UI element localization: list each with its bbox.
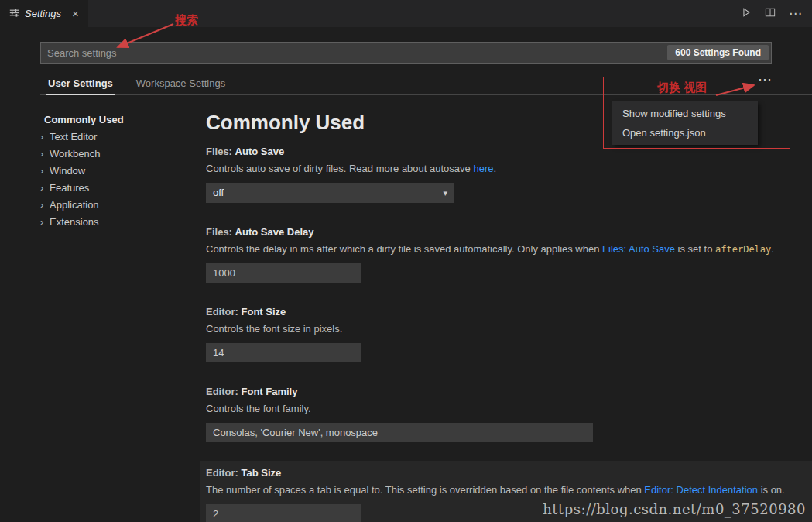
sidebar-item-label: Commonly Used — [44, 114, 124, 125]
sidebar-item-label: Application — [50, 199, 99, 211]
csdn-watermark: https://blog.csdn.net/m0_37520980 — [543, 501, 806, 517]
setting-name: Font Family — [242, 386, 298, 397]
setting-label: Editor: Font Family — [206, 386, 812, 397]
settings-tune-icon — [9, 8, 19, 20]
dropdown-arrow-icon: ▾ — [443, 183, 447, 203]
font-size-input[interactable] — [206, 343, 361, 362]
setting-editor-font-size: Editor: Font Size Controls the font size… — [206, 306, 812, 362]
sidebar-item-features[interactable]: › Features — [40, 179, 195, 196]
annotation-toggle-view-label: 切换 视图 — [657, 81, 707, 95]
tab-workspace-settings[interactable]: Workspace Settings — [135, 74, 227, 94]
description-text: is on. — [758, 484, 785, 496]
selected-value: off — [213, 187, 224, 198]
setting-category: Files: — [206, 226, 232, 238]
search-input[interactable] — [41, 47, 667, 59]
chevron-right-icon: › — [40, 182, 50, 194]
setting-category: Editor: — [206, 386, 238, 397]
setting-label: Files: Auto Save Delay — [206, 226, 812, 238]
description-text: The number of spaces a tab is equal to. … — [206, 484, 644, 496]
annotation-search-label: 搜索 — [175, 13, 198, 28]
tab-user-settings[interactable]: User Settings — [46, 74, 115, 95]
setting-category: Editor: — [206, 467, 238, 479]
settings-list: Commonly Used Files: Auto Save Controls … — [206, 110, 812, 522]
split-editor-icon[interactable] — [765, 7, 776, 20]
setting-name: Tab Size — [242, 467, 282, 479]
settings-tree: Commonly Used › Text Editor › Workbench … — [40, 111, 195, 230]
sidebar-item-label: Features — [50, 182, 89, 194]
more-editor-actions-icon[interactable]: ⋯ — [789, 7, 802, 20]
auto-save-delay-input[interactable] — [206, 263, 361, 283]
setting-files-auto-save-delay: Files: Auto Save Delay Controls the dela… — [206, 226, 812, 283]
settings-editor-tab[interactable]: Settings × — [0, 0, 88, 27]
sidebar-item-workbench[interactable]: › Workbench — [40, 145, 195, 162]
sidebar-item-label: Window — [50, 165, 85, 177]
sidebar-item-label: Workbench — [50, 148, 101, 160]
chevron-right-icon: › — [40, 165, 50, 177]
description-text: Controls the delay in ms after which a d… — [206, 243, 602, 255]
vscode-settings-window: Settings × ⋯ 600 Setti — [0, 0, 812, 522]
auto-save-select[interactable]: off ▾ — [206, 183, 454, 203]
sidebar-item-window[interactable]: › Window — [40, 162, 195, 179]
description-text: . — [493, 163, 496, 174]
menu-item-show-modified-settings[interactable]: Show modified settings — [612, 104, 758, 123]
setting-label: Editor: Font Size — [206, 306, 812, 318]
tab-size-input[interactable] — [206, 504, 361, 522]
chevron-right-icon: › — [40, 148, 50, 160]
tab-title: Settings — [25, 8, 61, 19]
sidebar-item-extensions[interactable]: › Extensions — [40, 213, 195, 230]
description-text: Controls auto save of dirty files. Read … — [206, 163, 473, 174]
search-row: 600 Settings Found — [40, 42, 772, 64]
settings-context-menu: Show modified settings Open settings.jso… — [612, 101, 758, 145]
run-icon[interactable] — [741, 7, 752, 20]
description-text: . — [771, 243, 774, 255]
settings-found-badge: 600 Settings Found — [667, 45, 769, 60]
setting-label: Editor: Tab Size — [206, 467, 812, 479]
sidebar-item-label: Extensions — [50, 216, 99, 228]
setting-description: Controls the font size in pixels. — [206, 323, 812, 335]
chevron-right-icon: › — [40, 199, 50, 211]
editor-actions: ⋯ — [741, 0, 812, 27]
description-text: is set to — [675, 243, 715, 255]
chevron-right-icon: › — [40, 216, 50, 228]
close-tab-icon[interactable]: × — [72, 8, 79, 19]
sidebar-item-commonly-used[interactable]: Commonly Used — [40, 111, 195, 128]
setting-editor-font-family: Editor: Font Family Controls the font fa… — [206, 386, 812, 442]
font-family-input[interactable] — [206, 423, 593, 442]
chevron-right-icon: › — [40, 131, 50, 143]
files-auto-save-link[interactable]: Files: Auto Save — [602, 243, 675, 255]
sidebar-item-text-editor[interactable]: › Text Editor — [40, 128, 195, 145]
code-span: afterDelay — [715, 244, 771, 255]
editor-tab-bar: Settings × ⋯ — [0, 0, 812, 27]
menu-item-open-settings-json[interactable]: Open settings.json — [612, 123, 758, 143]
search-box[interactable]: 600 Settings Found — [40, 42, 772, 64]
setting-description: Controls auto save of dirty files. Read … — [206, 163, 812, 175]
detect-indentation-link[interactable]: Editor: Detect Indentation — [644, 484, 758, 496]
setting-label: Files: Auto Save — [206, 146, 812, 157]
setting-description: Controls the font family. — [206, 403, 812, 415]
setting-files-auto-save: Files: Auto Save Controls auto save of d… — [206, 146, 812, 203]
settings-more-actions-icon[interactable]: ⋯ — [758, 74, 772, 86]
setting-name: Auto Save — [235, 146, 285, 157]
setting-name: Font Size — [242, 306, 286, 318]
setting-description: Controls the delay in ms after which a d… — [206, 243, 812, 256]
setting-description: The number of spaces a tab is equal to. … — [206, 484, 812, 496]
sidebar-item-application[interactable]: › Application — [40, 196, 195, 213]
sidebar-item-label: Text Editor — [50, 131, 97, 143]
setting-category: Files: — [206, 146, 232, 157]
setting-category: Editor: — [206, 306, 238, 318]
setting-name: Auto Save Delay — [235, 226, 314, 238]
autosave-docs-link[interactable]: here — [473, 163, 493, 174]
